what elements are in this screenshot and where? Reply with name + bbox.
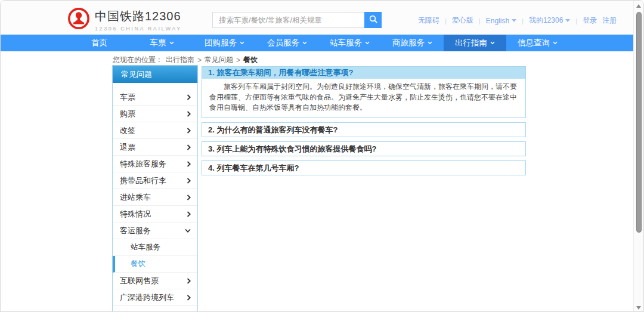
- nav-item-info-query[interactable]: 信息查询: [506, 35, 569, 51]
- sidebar-item-special-cases[interactable]: 特殊情况: [113, 206, 197, 223]
- chevron-down-icon: [490, 41, 495, 45]
- sidebar-item-label: 进站乘车: [120, 192, 151, 203]
- chevron-right-icon: [187, 295, 191, 301]
- sidebar-item-refund[interactable]: 退票: [113, 139, 197, 156]
- railway-logo-icon: [67, 7, 90, 32]
- utility-links: 无障碍 | 爱心版 | English | 我的12306 | 登录 注册: [418, 16, 617, 26]
- breadcrumb-prefix: 您现在的位置：: [113, 55, 163, 65]
- breadcrumb-faq[interactable]: 常见问题: [205, 55, 233, 65]
- nav-item-tickets[interactable]: 车票: [131, 35, 193, 51]
- link-english[interactable]: English: [486, 17, 516, 25]
- faq-content: 1. 旅客在乘车期间，用餐有哪些注意事项? 旅客列车车厢属于封闭空间。为创造良好…: [202, 66, 526, 175]
- sidebar-item-label: 特殊旅客服务: [120, 159, 166, 169]
- logo-title: 中国铁路12306: [95, 8, 182, 24]
- chevron-right-icon: [187, 211, 191, 217]
- sidebar-item-label: 广深港跨境列车: [120, 292, 174, 303]
- sidebar-item-purchase[interactable]: 购票: [113, 106, 197, 122]
- chevron-right-icon: [187, 111, 191, 117]
- sidebar-item-label: 站车服务: [131, 242, 160, 252]
- sidebar-item-boarding[interactable]: 进站乘车: [113, 189, 197, 206]
- sidebar-item-passenger-service[interactable]: 客运服务: [113, 223, 197, 239]
- chevron-down-icon: [185, 228, 191, 233]
- sidebar-item-gz-sz-hk-trains[interactable]: 广深港跨境列车: [113, 289, 197, 306]
- chevron-right-icon: [187, 278, 191, 284]
- sidebar-subitem-dining[interactable]: 餐饮: [113, 256, 197, 273]
- nav-label: 出行指南: [455, 38, 487, 48]
- faq-item-1: 1. 旅客在乘车期间，用餐有哪些注意事项? 旅客列车车厢属于封闭空间。为创造良好…: [202, 66, 526, 118]
- nav-item-station-services[interactable]: 站车服务: [318, 35, 381, 51]
- link-separator: |: [575, 17, 577, 24]
- sidebar-item-label: 客运服务: [120, 225, 151, 236]
- sidebar-menu: 车票 购票 改签 退票 特殊旅客服务: [113, 83, 197, 306]
- link-separator: |: [522, 17, 524, 24]
- logo-subtitle: 12306 CHINA RAILWAY: [95, 26, 182, 32]
- nav-label: 团购服务: [205, 38, 237, 48]
- sidebar-item-label: 携带品和行李: [120, 175, 166, 186]
- scrollbar-down-arrow-icon[interactable]: [636, 306, 641, 310]
- nav-label: 会员服务: [267, 38, 299, 48]
- breadcrumb-travel-guide[interactable]: 出行指南: [166, 55, 194, 65]
- chevron-down-icon: [565, 19, 570, 22]
- site-logo[interactable]: 中国铁路12306 12306 CHINA RAILWAY: [67, 7, 182, 32]
- link-register[interactable]: 注册: [602, 16, 617, 26]
- faq-item-3[interactable]: 3. 列车上能为有特殊饮食习惯的旅客提供餐食吗?: [202, 141, 526, 156]
- site-search: [212, 12, 382, 28]
- breadcrumb-separator: >: [197, 56, 202, 64]
- link-accessibility[interactable]: 无障碍: [418, 16, 439, 26]
- scrollbar-up-arrow-icon[interactable]: [636, 4, 641, 8]
- sidebar-item-special-passenger[interactable]: 特殊旅客服务: [113, 156, 197, 172]
- sidebar-item-rebook[interactable]: 改签: [113, 122, 197, 139]
- chevron-down-icon: [169, 41, 174, 45]
- sidebar-item-label: 购票: [120, 109, 135, 119]
- nav-item-member-services[interactable]: 会员服务: [256, 35, 318, 51]
- sidebar-item-internet-ticketing[interactable]: 互联网售票: [113, 273, 197, 289]
- scrollbar-thumb[interactable]: [636, 12, 642, 233]
- search-button[interactable]: [364, 12, 382, 28]
- faq-item-2[interactable]: 2. 为什么有的普通旅客列车没有餐车?: [202, 122, 526, 137]
- sidebar-item-ticket[interactable]: 车票: [113, 89, 197, 106]
- vertical-scrollbar[interactable]: [633, 1, 643, 312]
- chevron-down-icon: [553, 41, 558, 45]
- chevron-right-icon: [187, 128, 191, 134]
- sidebar-item-label: 餐饮: [131, 259, 145, 269]
- sidebar-item-luggage[interactable]: 携带品和行李: [113, 172, 197, 189]
- nav-item-home[interactable]: 首页: [68, 35, 131, 51]
- nav-label: 站车服务: [330, 38, 362, 48]
- chevron-right-icon: [187, 161, 191, 167]
- site-header: 中国铁路12306 12306 CHINA RAILWAY 无障碍 | 爱心版 …: [1, 1, 633, 35]
- sidebar-item-label: 特殊情况: [120, 209, 151, 220]
- nav-label: 车票: [150, 38, 166, 48]
- faq-sidebar: 常见问题 车票 购票 改签 退票: [112, 65, 198, 312]
- sidebar-item-label: 互联网售票: [120, 276, 159, 286]
- sidebar-subitem-station-service[interactable]: 站车服务: [113, 239, 197, 256]
- sidebar-item-label: 退票: [120, 142, 135, 153]
- chevron-right-icon: [187, 94, 191, 100]
- main-nav: 首页 车票 团购服务 会员服务 站车服务 商旅服务: [1, 35, 633, 51]
- nav-label: 信息查询: [518, 38, 550, 48]
- sidebar-title: 常见问题: [113, 66, 197, 83]
- link-care-version[interactable]: 爱心版: [452, 16, 473, 26]
- chevron-right-icon: [187, 194, 191, 200]
- browser-window: 中国铁路12306 12306 CHINA RAILWAY 无障碍 | 爱心版 …: [0, 0, 644, 312]
- link-separator: |: [479, 17, 481, 24]
- search-icon: [369, 15, 377, 25]
- link-separator: |: [445, 17, 447, 24]
- link-login[interactable]: 登录: [583, 16, 597, 26]
- breadcrumb-separator: >: [236, 56, 240, 64]
- nav-label: 商旅服务: [392, 38, 425, 48]
- faq-item-4[interactable]: 4. 列车餐车在第几号车厢?: [202, 160, 526, 175]
- search-input[interactable]: [212, 12, 364, 28]
- breadcrumb: 您现在的位置： 出行指南 > 常见问题 > 餐饮: [113, 55, 258, 65]
- chevron-down-icon: [365, 41, 370, 45]
- chevron-down-icon: [240, 41, 244, 45]
- nav-item-business-travel[interactable]: 商旅服务: [381, 35, 444, 51]
- breadcrumb-current-dining: 餐饮: [243, 55, 258, 65]
- link-english-label: English: [486, 17, 509, 25]
- faq-answer-1: 旅客列车车厢属于封闭空间。为创造良好旅途环境，确保空气清新，旅客在乘车期间，请不…: [202, 79, 525, 118]
- nav-item-travel-guide[interactable]: 出行指南: [444, 35, 506, 51]
- sidebar-item-label: 车票: [120, 92, 135, 103]
- link-my12306-label: 我的12306: [529, 16, 563, 26]
- nav-item-group-services[interactable]: 团购服务: [193, 35, 256, 51]
- faq-question-1[interactable]: 1. 旅客在乘车期间，用餐有哪些注意事项?: [202, 67, 525, 79]
- link-my12306[interactable]: 我的12306: [529, 16, 570, 26]
